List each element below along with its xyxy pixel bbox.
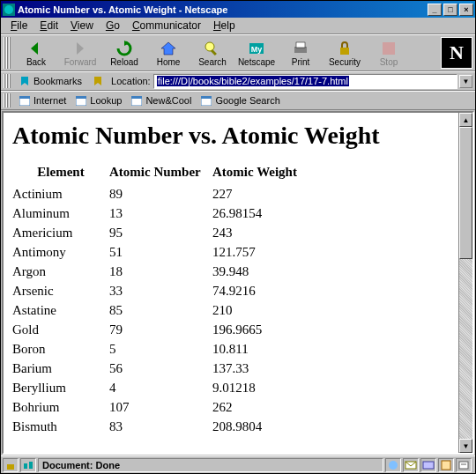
component-address-icon[interactable]	[438, 458, 454, 472]
col-atomic-weight: Atomic Weight	[212, 162, 304, 185]
status-online-icon[interactable]	[20, 458, 36, 472]
search-button[interactable]: Search	[190, 39, 234, 68]
home-label: Home	[157, 57, 181, 67]
throbber-icon: N	[441, 37, 472, 69]
scroll-up-button[interactable]: ▲	[459, 113, 472, 127]
cell-atomic-weight: 10.811	[212, 340, 304, 359]
cell-atomic-number: 89	[109, 185, 212, 204]
table-row: Beryllium49.01218	[12, 379, 304, 398]
forward-icon	[71, 40, 90, 57]
url-dropdown-button[interactable]: ▼	[459, 75, 472, 88]
table-row: Boron510.811	[12, 340, 304, 359]
table-row: Americium95243	[12, 224, 304, 243]
security-label: Security	[329, 57, 361, 67]
stop-icon	[379, 40, 398, 57]
minimize-button[interactable]: _	[428, 4, 442, 16]
bookmarks-button[interactable]: Bookmarks	[14, 75, 86, 87]
reload-icon	[115, 40, 134, 57]
reload-button[interactable]: Reload	[102, 39, 146, 68]
toolbar-grip[interactable]	[4, 74, 11, 88]
home-button[interactable]: Home	[146, 39, 190, 68]
table-row: Bohrium107262	[12, 398, 304, 418]
toolbar-grip[interactable]	[4, 93, 11, 107]
stop-button: Stop	[367, 39, 411, 68]
maximize-button[interactable]: □	[443, 4, 457, 16]
col-atomic-number: Atomic Number	[109, 162, 212, 185]
svg-rect-23	[423, 462, 434, 469]
svg-rect-19	[24, 463, 27, 469]
component-composer-icon[interactable]	[456, 458, 472, 472]
menu-help[interactable]: Help	[207, 18, 242, 33]
cell-atomic-weight: 208.9804	[212, 418, 304, 437]
cell-element: Aluminum	[12, 204, 109, 224]
table-row: Bismuth83208.9804	[12, 418, 304, 437]
svg-rect-18	[7, 464, 14, 470]
security-button[interactable]: Security	[323, 39, 367, 68]
cell-atomic-number: 83	[109, 418, 212, 437]
window-title: Atomic Number vs. Atomic Weight - Netsca…	[18, 4, 428, 15]
pt-lookup[interactable]: Lookup	[71, 94, 126, 107]
svg-rect-13	[76, 96, 86, 99]
home-icon	[159, 40, 178, 57]
cell-atomic-weight: 262	[212, 398, 304, 418]
personal-toolbar: Internet Lookup New&Cool Google Search	[1, 91, 475, 110]
menu-file[interactable]: File	[4, 18, 33, 33]
url-value: file:///D|/books/bible2/examples/17/17-7…	[157, 76, 349, 86]
cell-atomic-number: 33	[109, 282, 212, 301]
menu-communicator[interactable]: Communicator	[126, 18, 207, 33]
back-button[interactable]: Back	[14, 39, 58, 68]
drag-icon[interactable]	[92, 76, 104, 86]
cell-atomic-weight: 243	[212, 224, 304, 243]
pt-google[interactable]: Google Search	[196, 94, 284, 107]
cell-element: Antimony	[12, 243, 109, 263]
stop-label: Stop	[380, 57, 398, 67]
scroll-down-button[interactable]: ▼	[459, 439, 472, 453]
cell-element: Arsenic	[12, 282, 109, 301]
elements-table: Element Atomic Number Atomic Weight Acti…	[12, 162, 304, 437]
svg-rect-9	[383, 42, 395, 55]
netscape-icon: My	[247, 40, 266, 57]
svg-rect-20	[29, 462, 33, 469]
search-label: Search	[198, 57, 227, 67]
component-nav-icon[interactable]	[385, 458, 401, 472]
url-input[interactable]: file:///D|/books/bible2/examples/17/17-7…	[153, 74, 457, 89]
menu-go[interactable]: Go	[100, 18, 126, 33]
col-element: Element	[12, 162, 109, 185]
cell-atomic-number: 85	[109, 301, 212, 321]
print-label: Print	[292, 57, 310, 67]
cell-atomic-weight: 121.757	[212, 243, 304, 263]
menu-view[interactable]: View	[64, 18, 100, 33]
vertical-scrollbar[interactable]: ▲ ▼	[458, 113, 472, 453]
component-mail-icon[interactable]	[403, 458, 419, 472]
bookmark-icon	[19, 76, 31, 86]
svg-rect-25	[459, 462, 468, 469]
cell-atomic-number: 18	[109, 263, 212, 282]
pt-newcool[interactable]: New&Cool	[126, 94, 196, 107]
netscape-button[interactable]: My Netscape	[234, 39, 279, 68]
scroll-track[interactable]	[459, 127, 472, 439]
status-security-icon[interactable]	[3, 458, 19, 472]
menu-edit[interactable]: Edit	[33, 18, 64, 33]
pt-internet[interactable]: Internet	[14, 94, 71, 107]
menu-bar: File Edit View Go Communicator Help	[1, 18, 475, 34]
table-row: Astatine85210	[12, 301, 304, 321]
cell-element: Actinium	[12, 185, 109, 204]
svg-rect-15	[131, 96, 142, 99]
close-button[interactable]: ×	[459, 4, 473, 16]
status-text: Document: Done	[38, 458, 383, 472]
location-label: Location:	[111, 76, 151, 86]
page-icon	[200, 95, 212, 106]
toolbar-grip[interactable]	[4, 37, 11, 69]
print-button[interactable]: Print	[279, 39, 323, 68]
svg-rect-7	[296, 42, 305, 48]
svg-rect-24	[442, 461, 450, 470]
component-news-icon[interactable]	[420, 458, 436, 472]
table-row: Actinium89227	[12, 185, 304, 204]
app-icon	[3, 4, 15, 16]
cell-atomic-weight: 137.33	[212, 359, 304, 379]
search-icon	[203, 40, 222, 57]
scroll-thumb[interactable]	[459, 127, 472, 259]
cell-atomic-number: 95	[109, 224, 212, 243]
cell-element: Beryllium	[12, 379, 109, 398]
cell-atomic-number: 56	[109, 359, 212, 379]
